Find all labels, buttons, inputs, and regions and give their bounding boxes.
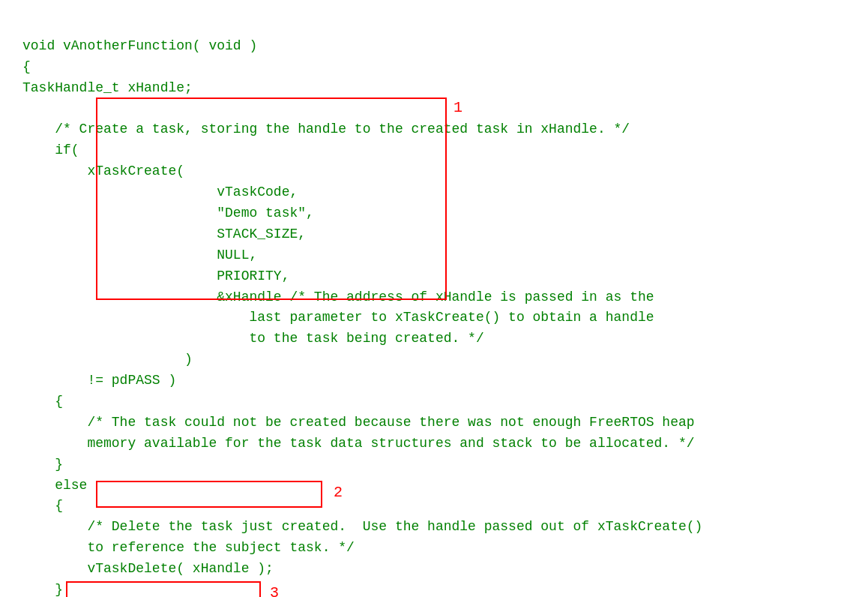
code-line-2: {: [22, 59, 31, 74]
code-line-14: last parameter to xTaskCreate() to obtai…: [22, 310, 654, 325]
code-line-15: to the task being created. */: [22, 331, 484, 346]
code-line-3: TaskHandle_t xHandle;: [22, 80, 193, 95]
code-line-5: /* Create a task, storing the handle to …: [22, 122, 630, 136]
code-line-24: /* Delete the task just created. Use the…: [22, 519, 702, 534]
code-line-7: xTaskCreate(: [22, 164, 184, 178]
code-line-4: [22, 101, 31, 116]
code-line-17: != pdPASS ): [22, 373, 176, 388]
code-line-16: ): [22, 352, 193, 367]
code-line-23: {: [22, 498, 63, 513]
code-line-12: PRIORITY,: [22, 268, 289, 284]
code-line-20: memory available for the task data struc…: [22, 436, 695, 451]
code-line-8: vTaskCode,: [22, 184, 298, 200]
code-container: void vAnotherFunction( void ) { TaskHand…: [22, 15, 846, 597]
code-line-13: &xHandle /* The address of xHandle is pa…: [22, 290, 654, 304]
annotation-label-3: 3: [270, 581, 279, 597]
code-line-26: vTaskDelete( xHandle );: [22, 561, 330, 576]
code-line-1: void vAnotherFunction( void ): [22, 38, 257, 53]
code-line-9: "Demo task",: [22, 206, 314, 220]
code-line-6: if(: [22, 142, 79, 158]
code-line-27: }: [22, 582, 63, 597]
annotation-box-3: [66, 581, 261, 597]
code-line-19: /* The task could not be created because…: [22, 415, 695, 430]
code-line-21: }: [22, 457, 63, 472]
annotation-label-2: 2: [334, 481, 343, 504]
code-line-22: else: [22, 478, 87, 493]
code-line-10: STACK_SIZE,: [22, 226, 306, 242]
annotation-box-2: [96, 481, 322, 508]
code-line-25: to reference the subject task. */: [22, 540, 355, 555]
code-line-18: {: [22, 394, 63, 409]
code-line-11: NULL,: [22, 248, 257, 262]
annotation-label-1: 1: [453, 96, 462, 119]
